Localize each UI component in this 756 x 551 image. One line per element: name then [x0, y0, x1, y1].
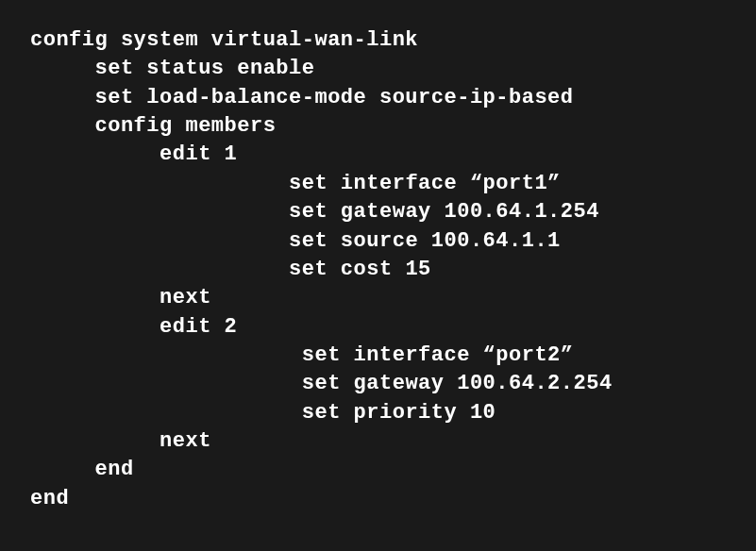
cli-line: set cost 15: [289, 258, 431, 281]
cli-line: set gateway 100.64.2.254: [289, 372, 613, 395]
cli-line: set priority 10: [289, 401, 496, 425]
cli-line: edit 1: [160, 142, 237, 166]
cli-indent: [95, 401, 160, 425]
cli-indent: [160, 401, 225, 425]
cli-indent: [30, 343, 95, 367]
cli-indent: [30, 142, 95, 166]
cli-indent: [225, 372, 290, 395]
cli-indent: [30, 429, 95, 453]
cli-indent: [95, 200, 160, 224]
cli-indent: [30, 57, 95, 80]
cli-line: config members: [95, 114, 277, 138]
cli-indent: [30, 172, 95, 195]
cli-indent: [160, 229, 225, 253]
cli-indent: [30, 229, 95, 253]
cli-indent: [160, 372, 225, 395]
cli-indent: [95, 258, 160, 281]
cli-line: edit 2: [160, 315, 237, 339]
cli-indent: [30, 114, 95, 138]
cli-indent: [30, 286, 95, 309]
cli-line: end: [95, 458, 134, 481]
cli-indent: [95, 429, 160, 453]
cli-indent: [30, 458, 95, 481]
cli-indent: [225, 229, 290, 253]
cli-indent: [225, 200, 290, 224]
cli-config-block: config system virtual-wan-link set statu…: [0, 0, 756, 532]
cli-line: next: [160, 429, 211, 453]
cli-line: end: [30, 487, 69, 510]
cli-indent: [160, 200, 225, 224]
cli-line: set status enable: [95, 57, 315, 80]
cli-indent: [30, 200, 95, 224]
cli-line: config system virtual-wan-link: [30, 28, 418, 52]
cli-indent: [225, 258, 290, 281]
cli-line: next: [160, 286, 211, 309]
cli-indent: [95, 343, 160, 367]
cli-indent: [30, 315, 95, 339]
cli-indent: [30, 372, 95, 395]
cli-line: set gateway 100.64.1.254: [289, 200, 599, 224]
cli-indent: [160, 343, 225, 367]
cli-indent: [95, 142, 160, 166]
cli-indent: [95, 229, 160, 253]
cli-indent: [95, 286, 160, 309]
cli-indent: [95, 172, 160, 195]
cli-indent: [95, 372, 160, 395]
cli-line: set interface “port2”: [289, 343, 573, 367]
cli-indent: [225, 172, 290, 195]
cli-indent: [160, 172, 225, 195]
cli-indent: [95, 315, 160, 339]
cli-indent: [30, 401, 95, 425]
cli-indent: [30, 258, 95, 281]
cli-line: set source 100.64.1.1: [289, 229, 561, 253]
cli-indent: [225, 343, 290, 367]
cli-line: set load-balance-mode source-ip-based: [95, 86, 574, 109]
cli-indent: [160, 258, 225, 281]
cli-indent: [30, 86, 95, 109]
cli-indent: [225, 401, 290, 425]
cli-line: set interface “port1”: [289, 172, 561, 195]
